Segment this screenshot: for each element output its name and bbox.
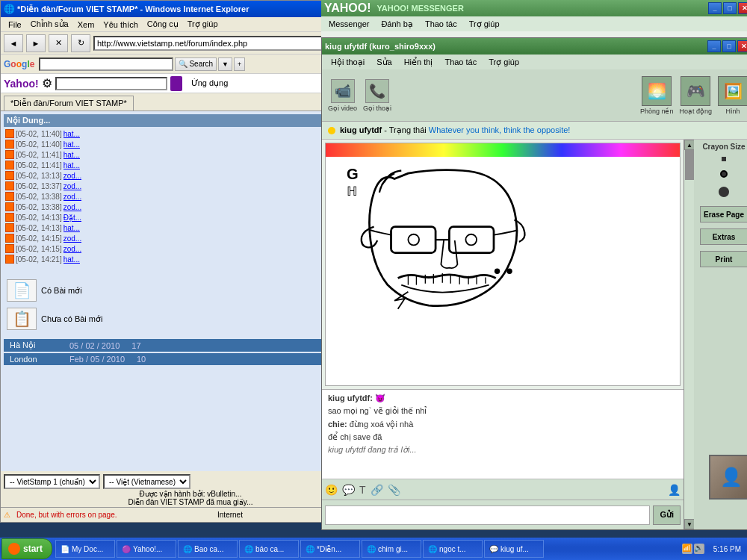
voice-call-button[interactable]: 📞 Gọi thoại <box>363 79 391 112</box>
language-select[interactable]: -- Việt (Vietnamese) <box>103 474 190 489</box>
options-button[interactable]: ▼ <box>218 57 232 71</box>
chat-menu-sua[interactable]: Sửa <box>371 57 397 67</box>
menu-tools[interactable]: Công cụ <box>143 19 183 29</box>
taskbar-item[interactable]: 🌐 *Diễn... <box>300 540 360 558</box>
size-medium-dot[interactable] <box>720 170 728 178</box>
chat-menu-tro-giup[interactable]: Trợ giúp <box>483 57 525 67</box>
size-small-dot[interactable] <box>722 157 726 161</box>
forward-button[interactable]: ► <box>26 34 46 52</box>
ym-maximize-button[interactable]: □ <box>723 2 737 14</box>
post-link[interactable]: hat... <box>63 255 80 264</box>
chat-input-field[interactable] <box>325 505 650 525</box>
post-link[interactable]: hat... <box>63 151 80 159</box>
ung-dung-button[interactable]: Ứng dụng <box>191 78 229 88</box>
more-button[interactable]: 🖼️ Hình <box>718 76 747 115</box>
ym-menu-thao-tac[interactable]: Thao tác <box>421 19 462 28</box>
post-link[interactable]: zod... <box>63 193 81 201</box>
menu-edit[interactable]: Chỉnh sửa <box>26 19 73 29</box>
post-link[interactable]: zod... <box>63 245 81 253</box>
ym-close-button[interactable]: ✕ <box>738 2 747 14</box>
scroll-thumb[interactable] <box>685 150 694 180</box>
taskbar-item[interactable]: 🌐 báo ca... <box>239 540 299 558</box>
taskbar-item[interactable]: 📄 My Doc... <box>55 540 115 558</box>
chat-scrollbar[interactable]: ▲ ▼ <box>684 140 694 529</box>
taskbar-item[interactable]: 🌐 ngoc t... <box>423 540 483 558</box>
post-link[interactable]: hat... <box>63 130 80 138</box>
chat-menubar: Hội thoại Sửa Hiển thị Thao tác Trợ giúp <box>322 55 747 69</box>
tim-kiem-button[interactable] <box>170 76 182 91</box>
contact-icon[interactable]: 👤 <box>668 484 681 496</box>
message-item: để chị save đã <box>328 432 678 442</box>
post-link[interactable]: hat... <box>63 161 80 169</box>
menu-file[interactable]: File <box>4 20 26 29</box>
stop-button[interactable]: ✕ <box>49 34 68 52</box>
message-item: kiug ufytdf đang trả lời... <box>328 444 678 455</box>
font-icon[interactable]: T <box>359 484 366 496</box>
erase-page-button[interactable]: Erase Page <box>700 206 747 223</box>
size-large-dot[interactable] <box>719 187 729 197</box>
taskbar-item[interactable]: 🟣 Yahoo!... <box>117 540 176 558</box>
drawing-area[interactable]: G ℍ <box>325 143 681 386</box>
post-icon <box>5 202 14 211</box>
scroll-down-button[interactable]: ▼ <box>684 519 695 529</box>
post-link[interactable]: hat... <box>63 140 80 149</box>
google-search-button[interactable]: 🔍 Search <box>175 57 217 71</box>
ym-menu-tro-giup[interactable]: Trợ giúp <box>465 19 504 29</box>
ym-titlebar: YAHOO! YAHOO! MESSENGER _ □ ✕ <box>321 0 747 16</box>
post-link[interactable]: zod... <box>63 182 81 190</box>
post-icon <box>5 140 14 149</box>
send-button[interactable]: Gửi <box>653 505 681 525</box>
emoji-icon[interactable]: 🙂 <box>325 484 338 496</box>
chat-menu-hien-thi[interactable]: Hiển thị <box>398 57 439 67</box>
taskbar-items: 📄 My Doc... 🟣 Yahoo!... 🌐 Bao ca... 🌐 bá… <box>55 540 679 558</box>
taskbar-item-icon: 🌐 <box>183 545 192 553</box>
buzz-icon[interactable]: 💬 <box>342 484 355 496</box>
taskbar-item-icon: 🌐 <box>306 545 314 553</box>
taskbar-item-label: chim gi... <box>378 545 408 553</box>
start-button[interactable]: start <box>1 538 52 559</box>
menu-favorites[interactable]: Yêu thích <box>99 20 142 29</box>
post-link[interactable]: zod... <box>63 203 81 211</box>
menu-view[interactable]: Xem <box>73 20 99 29</box>
voice-call-label: Gọi thoại <box>363 105 391 112</box>
post-link[interactable]: zod... <box>63 172 81 180</box>
taskbar-item[interactable]: 🌐 chim gi... <box>362 540 421 558</box>
status-text: kiug ufytdf - Trạng thái Whatever you th… <box>340 125 570 135</box>
print-button[interactable]: Print <box>700 251 747 267</box>
post-link[interactable]: zod... <box>63 234 81 243</box>
menu-help[interactable]: Trợ giúp <box>183 19 223 29</box>
extras-button[interactable]: Extras <box>700 228 747 245</box>
ym-menu-danh-ba[interactable]: Đánh bạ <box>376 19 417 29</box>
paperclip-icon[interactable]: 📎 <box>388 484 400 496</box>
google-search-input[interactable] <box>39 57 173 71</box>
svg-text:G: G <box>347 166 359 182</box>
taskbar-item[interactable]: 🌐 Bao ca... <box>178 540 238 558</box>
back-button[interactable]: ◄ <box>4 34 23 52</box>
chat-messages: kiug ufytdf: 😈 sao mọi ng` vẽ giỏi thế n… <box>322 389 684 479</box>
chat-minimize-button[interactable]: _ <box>707 40 721 52</box>
yahoo-search-input[interactable] <box>55 77 167 90</box>
city-label: Hà Nội <box>4 339 63 352</box>
video-call-button[interactable]: 📹 Gọi video <box>328 79 357 112</box>
chat-menu-thao-tac[interactable]: Thao tác <box>438 57 483 66</box>
taskbar-item-icon: 🟣 <box>122 545 131 553</box>
extra-button[interactable]: + <box>234 57 245 71</box>
ym-minimize-button[interactable]: _ <box>708 2 722 14</box>
ie-tab-forum[interactable]: *Diễn đàn/Forum VIET STAMP* <box>4 96 134 111</box>
ym-menu-messenger[interactable]: Messenger <box>324 19 374 28</box>
post-link[interactable]: Đặt... <box>63 214 81 222</box>
post-time: [05-02, 14:13] <box>16 214 62 222</box>
post-link[interactable]: hat... <box>63 224 80 232</box>
activity-button[interactable]: 🎮 Hoạt động <box>679 76 712 115</box>
scroll-up-button[interactable]: ▲ <box>684 140 695 150</box>
post-icon <box>5 213 14 222</box>
refresh-button[interactable]: ↻ <box>71 34 90 52</box>
link-icon[interactable]: 🔗 <box>371 484 383 496</box>
address-bar[interactable]: http://www.vietstamp.net/forum/index.php <box>93 36 355 51</box>
background-button[interactable]: 🌅 Phòng nền <box>640 76 674 115</box>
taskbar-item[interactable]: 💬 kiug uf... <box>484 540 544 558</box>
style-select[interactable]: -- VietStamp 1 (chuẩn) <box>4 474 100 489</box>
chat-maximize-button[interactable]: □ <box>722 40 736 52</box>
chat-close-button[interactable]: ✕ <box>737 40 747 52</box>
chat-menu-hoi-thoai[interactable]: Hội thoại <box>325 57 371 67</box>
